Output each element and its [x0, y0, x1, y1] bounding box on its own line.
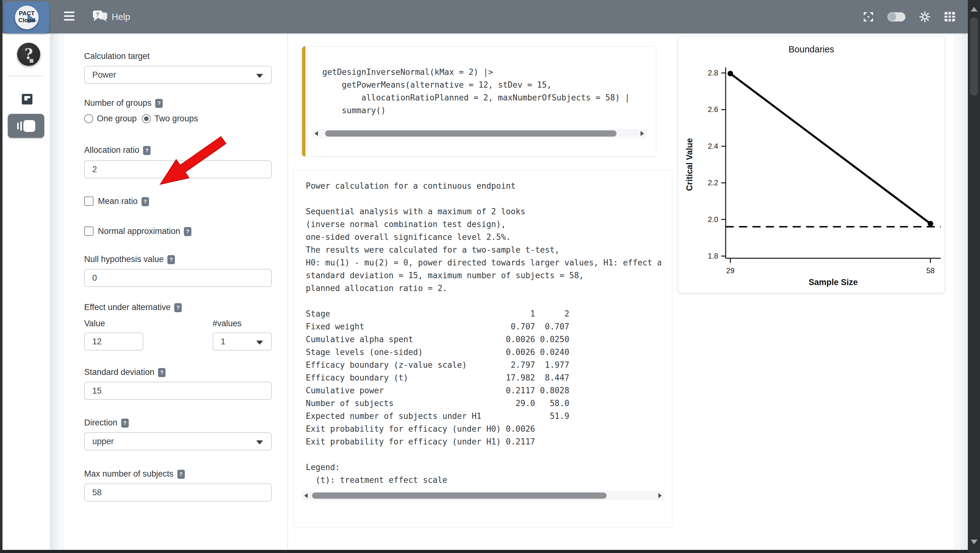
effect-under-alternative-label: Effect under alternative?: [84, 302, 272, 312]
number-of-groups-label: Number of groups?: [84, 98, 272, 108]
sidebar-divider: [8, 76, 44, 76]
svg-text:2.6: 2.6: [708, 105, 718, 113]
effect-value-label: Value: [84, 318, 105, 329]
help-chat-bubbles-icon: ?: [92, 10, 108, 24]
effect-value-field: [84, 333, 143, 351]
svg-text:Critical Value: Critical Value: [685, 138, 694, 191]
browser-vertical-scrollbar[interactable]: [968, 0, 980, 553]
results-panel: getDesignInverseNormal(kMax = 2) |> getP…: [288, 33, 673, 550]
help-button[interactable]: ? Help: [92, 8, 130, 25]
scroll-up-icon[interactable]: [970, 7, 977, 11]
scroll-right-icon[interactable]: [658, 493, 662, 498]
code-scroll-thumb[interactable]: [325, 131, 617, 137]
allocation-ratio-label: Allocation ratio?: [84, 145, 272, 155]
help-badge-icon[interactable]: ?: [174, 303, 182, 312]
help-badge-icon[interactable]: ?: [142, 197, 149, 206]
page-scroll-gutter[interactable]: [954, 33, 968, 550]
svg-text:Sample Size: Sample Size: [808, 277, 858, 287]
app-root: PACT Cloud ? Help: [0, 0, 980, 553]
normal-approximation-label: Normal approximation?: [98, 226, 191, 236]
help-badge-icon[interactable]: ?: [155, 99, 163, 108]
scroll-down-icon[interactable]: [970, 540, 977, 544]
output-horizontal-scrollbar[interactable]: [302, 491, 664, 500]
radio-one-group[interactable]: [84, 114, 93, 123]
design-form-panel: Calculation target Power Number of group…: [64, 33, 287, 550]
svg-text:1.8: 1.8: [708, 252, 718, 260]
theme-toggle[interactable]: [888, 12, 905, 22]
allocation-ratio-input[interactable]: [92, 165, 264, 174]
number-of-groups-radios: One group Two groups: [84, 114, 272, 124]
svg-text:?: ?: [96, 11, 99, 18]
mean-ratio-checkbox[interactable]: [84, 196, 94, 206]
journal-icon: [17, 123, 19, 129]
user-avatar[interactable]: ?: [17, 43, 40, 66]
svg-text:29: 29: [726, 266, 735, 275]
radio-two-groups[interactable]: [142, 114, 151, 123]
flipboard-icon[interactable]: [22, 94, 32, 105]
scroll-left-icon[interactable]: [315, 131, 318, 136]
chart-area: Boundaries 1.82.02.22.42.62.82958Sample …: [673, 33, 954, 550]
logo-text-line2: Cloud: [15, 17, 39, 24]
direction-select[interactable]: upper: [84, 432, 272, 450]
standard-deviation-field: [84, 382, 272, 400]
chevron-down-icon: [256, 341, 263, 345]
effect-num-values-select[interactable]: 1: [213, 333, 272, 351]
toggle-knob: [888, 13, 896, 21]
help-badge-icon[interactable]: ?: [184, 227, 191, 236]
max-subjects-field: [84, 483, 272, 502]
svg-text:2.4: 2.4: [708, 142, 718, 150]
r-code-card: getDesignInverseNormal(kMax = 2) |> getP…: [302, 46, 656, 156]
top-bar: PACT Cloud ? Help: [3, 0, 968, 33]
help-badge-icon[interactable]: ?: [158, 368, 165, 377]
brightness-sun-icon[interactable]: [919, 11, 931, 22]
help-badge-icon[interactable]: ?: [121, 419, 129, 428]
radio-two-groups-label: Two groups: [154, 114, 198, 124]
help-badge-icon[interactable]: ?: [167, 255, 175, 264]
normal-approximation-checkbox[interactable]: [84, 226, 94, 236]
boundaries-chart: 1.82.02.22.42.62.82958Sample SizeCritica…: [678, 36, 945, 293]
left-sidebar: ?: [3, 33, 50, 550]
help-badge-icon[interactable]: ?: [143, 146, 151, 155]
null-hypothesis-input[interactable]: [92, 273, 264, 283]
help-label: Help: [111, 12, 130, 22]
window-frame-bottom: [0, 550, 980, 553]
mean-ratio-row: Mean ratio?: [84, 196, 272, 207]
code-horizontal-scrollbar[interactable]: [312, 129, 646, 138]
vertical-scroll-thumb[interactable]: [970, 18, 978, 96]
help-badge-icon[interactable]: ?: [177, 470, 185, 479]
code-accent-bar: [302, 46, 305, 156]
logo-badge: PACT Cloud: [15, 6, 39, 29]
pact-cloud-logo[interactable]: PACT Cloud: [4, 2, 49, 33]
window-frame-left: [0, 0, 3, 553]
r-code-block: getDesignInverseNormal(kMax = 2) |> getP…: [322, 66, 630, 117]
apps-grid-icon[interactable]: [944, 11, 955, 22]
fullscreen-expand-icon[interactable]: [863, 11, 874, 22]
sidebar-item-journal[interactable]: [8, 114, 44, 138]
chevron-down-icon: [256, 440, 263, 445]
summary-output-clip: Power calculation for a continuous endpo…: [306, 180, 661, 488]
null-hypothesis-label: Null hypothesis value?: [84, 254, 272, 265]
menu-hamburger-icon[interactable]: [64, 11, 75, 22]
max-subjects-input[interactable]: [92, 488, 264, 497]
topbar-actions: [863, 0, 955, 33]
calculation-target-select[interactable]: Power: [84, 66, 272, 84]
boundaries-chart-card: Boundaries 1.82.02.22.42.62.82958Sample …: [678, 36, 945, 293]
scroll-right-icon[interactable]: [641, 131, 644, 136]
standard-deviation-input[interactable]: [92, 386, 264, 396]
direction-label: Direction?: [84, 418, 272, 428]
direction-value: upper: [92, 437, 114, 446]
effect-value-input[interactable]: [92, 337, 135, 346]
effect-num-values-label: #values: [213, 318, 272, 329]
standard-deviation-label: Standard deviation?: [84, 367, 272, 378]
output-scroll-thumb[interactable]: [312, 492, 606, 499]
form-scroll-gutter[interactable]: [50, 33, 64, 550]
chevron-down-icon: [256, 74, 263, 78]
svg-text:58: 58: [926, 266, 935, 275]
scroll-left-icon[interactable]: [304, 493, 308, 498]
calculation-target-value: Power: [92, 70, 116, 80]
calculation-target-label: Calculation target: [84, 51, 272, 61]
mean-ratio-label: Mean ratio?: [98, 196, 149, 207]
logo-text-line1: PACT: [15, 10, 39, 17]
avatar-qr-detail: [30, 59, 33, 63]
summary-output-text: Power calculation for a continuous endpo…: [306, 180, 661, 486]
